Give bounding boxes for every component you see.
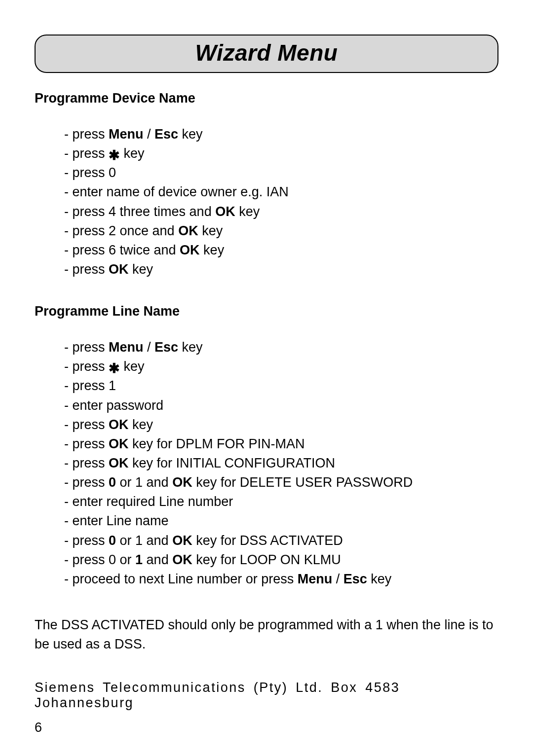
text-run: OK <box>109 456 129 470</box>
text-run: OK <box>215 204 235 219</box>
text-run: OK <box>172 552 192 567</box>
text-run: key <box>178 127 203 142</box>
text-run: press <box>73 533 109 548</box>
text-run: enter password <box>73 398 164 413</box>
text-run: OK <box>172 533 192 548</box>
step-item: enter required Line number <box>64 492 498 511</box>
step-item: press 4 three times and OK key <box>64 202 498 221</box>
section: Programme Line Namepress Menu / Esc keyp… <box>35 304 498 589</box>
text-run: enter required Line number <box>73 494 233 509</box>
text-run: key for INITIAL CONFIGURATION <box>129 456 336 470</box>
text-run: or 1 and <box>116 533 172 548</box>
step-item: press ✱ key <box>64 357 498 376</box>
text-run: OK <box>109 417 129 432</box>
text-run: and <box>143 552 172 567</box>
sections-container: Programme Device Namepress Menu / Esc ke… <box>35 91 498 589</box>
step-item: press OK key for INITIAL CONFIGURATION <box>64 454 498 473</box>
step-item: press OK key <box>64 415 498 434</box>
text-run: Menu <box>109 127 144 142</box>
text-run: key <box>120 146 145 161</box>
step-item: press 6 twice and OK key <box>64 241 498 260</box>
text-run: press <box>73 436 109 451</box>
text-run: OK <box>172 475 192 490</box>
text-run: press 4 three times and <box>73 204 216 219</box>
note-paragraph: The DSS ACTIVATED should only be program… <box>35 615 498 654</box>
step-item: enter Line name <box>64 511 498 531</box>
section-heading: Programme Device Name <box>35 91 498 106</box>
text-run: / <box>144 340 155 355</box>
text-run: key <box>235 204 260 219</box>
text-run: press 0 or <box>73 552 136 567</box>
text-run: key <box>198 223 223 238</box>
text-run: or 1 and <box>116 475 172 490</box>
text-run: press 6 twice and <box>73 243 180 257</box>
text-run: press 1 <box>73 378 116 393</box>
text-run: press <box>73 146 109 161</box>
text-run: key for DELETE USER PASSWORD <box>192 475 413 490</box>
step-item: enter name of device owner e.g. IAN <box>64 182 498 202</box>
text-run: Esc <box>343 572 367 586</box>
text-run: Menu <box>109 340 144 355</box>
text-run: / <box>332 572 343 586</box>
text-run: OK <box>109 262 129 277</box>
section: Programme Device Namepress Menu / Esc ke… <box>35 91 498 279</box>
text-run: press <box>73 262 109 277</box>
text-run: key <box>200 243 225 257</box>
text-run: key <box>120 359 145 374</box>
step-item: press OK key <box>64 260 498 279</box>
text-run: 1 <box>135 552 143 567</box>
steps-list: press Menu / Esc keypress ✱ keypress 0en… <box>64 125 498 279</box>
text-run: key for LOOP ON KLMU <box>192 552 341 567</box>
title-box: Wizard Menu <box>35 35 498 73</box>
text-run: press <box>73 417 109 432</box>
text-run: press <box>73 456 109 470</box>
text-run: press 0 <box>73 165 116 180</box>
step-item: press 0 <box>64 163 498 182</box>
step-item: proceed to next Line number or press Men… <box>64 570 498 589</box>
text-run: press 2 once and <box>73 223 179 238</box>
text-run: ✱ <box>109 148 120 163</box>
footer-company: Siemens Telecommunications (Pty) Ltd. Bo… <box>35 680 498 711</box>
text-run: OK <box>109 436 129 451</box>
text-run: key for DSS ACTIVATED <box>192 533 343 548</box>
step-item: press Menu / Esc key <box>64 338 498 357</box>
document-page: Wizard Menu Programme Device Namepress M… <box>0 0 533 756</box>
text-run: enter name of device owner e.g. IAN <box>73 184 289 199</box>
text-run: enter Line name <box>73 513 169 528</box>
text-run: Esc <box>154 127 178 142</box>
section-heading: Programme Line Name <box>35 304 498 319</box>
step-item: press 0 or 1 and OK key for DSS ACTIVATE… <box>64 531 498 550</box>
text-run: key <box>178 340 203 355</box>
text-run: 0 <box>109 533 116 548</box>
steps-list: press Menu / Esc keypress ✱ keypress 1en… <box>64 338 498 589</box>
text-run: key <box>129 262 153 277</box>
text-run: Esc <box>154 340 178 355</box>
step-item: press OK key for DPLM FOR PIN-MAN <box>64 434 498 454</box>
text-run: OK <box>178 223 198 238</box>
text-run: press <box>73 340 109 355</box>
step-item: press 0 or 1 and OK key for DELETE USER … <box>64 473 498 492</box>
page-title: Wizard Menu <box>195 40 338 66</box>
text-run: Menu <box>298 572 333 586</box>
text-run: ✱ <box>109 361 120 376</box>
step-item: press 1 <box>64 376 498 396</box>
text-run: press <box>73 127 109 142</box>
text-run: OK <box>180 243 200 257</box>
text-run: key for DPLM FOR PIN-MAN <box>129 436 305 451</box>
step-item: enter password <box>64 396 498 415</box>
text-run: press <box>73 475 109 490</box>
step-item: press 2 once and OK key <box>64 221 498 241</box>
text-run: proceed to next Line number or press <box>73 572 298 586</box>
text-run: press <box>73 359 109 374</box>
text-run: 0 <box>109 475 116 490</box>
step-item: press Menu / Esc key <box>64 125 498 144</box>
text-run: key <box>129 417 153 432</box>
step-item: press 0 or 1 and OK key for LOOP ON KLMU <box>64 550 498 570</box>
text-run: key <box>367 572 392 586</box>
page-number: 6 <box>35 720 42 735</box>
text-run: / <box>144 127 155 142</box>
step-item: press ✱ key <box>64 144 498 163</box>
